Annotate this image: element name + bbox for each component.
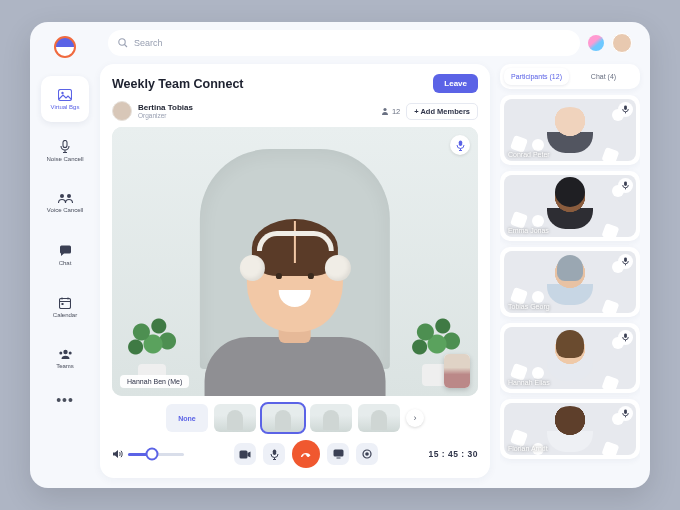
topbar: Search bbox=[100, 22, 640, 64]
mic-toggle[interactable] bbox=[263, 443, 285, 465]
meeting-panel: Weekly Team Connect Leave Bertina Tobias… bbox=[100, 64, 490, 478]
bg-option-2[interactable] bbox=[262, 404, 304, 432]
bg-option-1[interactable] bbox=[214, 404, 256, 432]
stage-mic-toggle[interactable] bbox=[450, 135, 470, 155]
participant-mic-icon[interactable] bbox=[618, 330, 633, 345]
participant-mic-icon[interactable] bbox=[618, 102, 633, 117]
sidebar: Virtual Bgs Noise Cancell Voice Cancell … bbox=[30, 22, 100, 488]
svg-rect-0 bbox=[59, 89, 72, 100]
participant-card[interactable]: Conrad Peter bbox=[500, 95, 640, 165]
bg-option-none[interactable]: None bbox=[166, 404, 208, 432]
svg-rect-12 bbox=[458, 140, 461, 146]
svg-point-11 bbox=[383, 108, 386, 111]
nav-label: Virtual Bgs bbox=[51, 104, 80, 110]
image-icon bbox=[58, 89, 72, 101]
svg-point-10 bbox=[119, 39, 125, 45]
background-picker: None › bbox=[112, 404, 478, 432]
leave-button[interactable]: Leave bbox=[433, 74, 478, 93]
svg-rect-6 bbox=[62, 303, 64, 305]
nav-label: Calendar bbox=[53, 312, 77, 318]
search-placeholder: Search bbox=[134, 38, 163, 48]
record-button[interactable] bbox=[356, 443, 378, 465]
voice-icon bbox=[58, 193, 73, 204]
participant-list: Conrad Peter Emma Jonas Tobias Georg bbox=[500, 95, 640, 478]
pip-self-camera[interactable] bbox=[444, 354, 470, 388]
svg-rect-15 bbox=[333, 450, 343, 457]
person-icon bbox=[381, 107, 389, 115]
svg-rect-16 bbox=[336, 458, 340, 459]
svg-rect-22 bbox=[624, 333, 627, 338]
chat-icon bbox=[59, 245, 72, 257]
volume-control[interactable] bbox=[112, 449, 184, 459]
nav-virtual-bgs[interactable]: Virtual Bgs bbox=[41, 76, 89, 122]
profile-avatar[interactable] bbox=[612, 33, 632, 53]
participant-card[interactable]: Hannah Elias bbox=[500, 323, 640, 393]
nav-label: Noise Cancell bbox=[46, 156, 83, 162]
svg-point-3 bbox=[60, 194, 64, 198]
bg-next-button[interactable]: › bbox=[406, 409, 424, 427]
nav-calendar[interactable]: Calendar bbox=[41, 284, 89, 330]
nav-voice-cancel[interactable]: Voice Cancell bbox=[41, 180, 89, 226]
content: Weekly Team Connect Leave Bertina Tobias… bbox=[100, 64, 640, 478]
main: Search Weekly Team Connect Leave Bertina… bbox=[100, 22, 650, 488]
participant-card[interactable]: Florian Arndt bbox=[500, 399, 640, 459]
organizer-name: Bertina Tobias bbox=[138, 103, 193, 112]
participant-mic-icon[interactable] bbox=[618, 178, 633, 193]
call-controls: 15 : 45 : 30 bbox=[112, 440, 478, 468]
teams-icon bbox=[58, 349, 73, 360]
organizer-avatar bbox=[112, 101, 132, 121]
svg-point-9 bbox=[68, 352, 71, 355]
panel-tabs: Participants (12) Chat (4) bbox=[500, 64, 640, 89]
call-timer: 15 : 45 : 30 bbox=[429, 449, 478, 459]
svg-point-7 bbox=[63, 350, 67, 354]
nav-label: Voice Cancell bbox=[47, 207, 83, 213]
svg-rect-2 bbox=[63, 141, 67, 148]
participant-card[interactable]: Tobias Georg bbox=[500, 247, 640, 317]
svg-rect-20 bbox=[624, 181, 627, 186]
end-call-button[interactable] bbox=[292, 440, 320, 468]
nav-chat[interactable]: Chat bbox=[41, 232, 89, 278]
video-stage: Hannah Ben (Me) bbox=[112, 127, 478, 396]
tab-chat[interactable]: Chat (4) bbox=[571, 68, 636, 85]
microphone-icon bbox=[60, 140, 70, 153]
participant-card[interactable]: Emma Jonas bbox=[500, 171, 640, 241]
speaker-icon bbox=[112, 449, 123, 459]
app-logo bbox=[54, 36, 76, 58]
calendar-icon bbox=[59, 297, 71, 309]
bg-option-4[interactable] bbox=[358, 404, 400, 432]
svg-rect-14 bbox=[273, 449, 276, 455]
svg-rect-21 bbox=[624, 257, 627, 262]
self-name-chip: Hannah Ben (Me) bbox=[120, 375, 189, 388]
right-panel: Participants (12) Chat (4) Conrad Peter … bbox=[500, 64, 640, 478]
nav-more[interactable]: ••• bbox=[56, 392, 74, 408]
participant-name: Emma Jonas bbox=[508, 227, 549, 234]
svg-rect-23 bbox=[624, 409, 627, 414]
svg-point-1 bbox=[61, 91, 63, 93]
organizer-role: Organizer bbox=[138, 112, 193, 119]
svg-rect-19 bbox=[624, 105, 627, 110]
add-members-button[interactable]: + Add Members bbox=[406, 103, 478, 120]
notification-icon[interactable] bbox=[588, 35, 604, 51]
nav-noise-cancel[interactable]: Noise Cancell bbox=[41, 128, 89, 174]
participant-name: Hannah Elias bbox=[508, 379, 550, 386]
organizer-info: Bertina Tobias Organizer bbox=[112, 101, 193, 121]
camera-toggle[interactable] bbox=[234, 443, 256, 465]
participant-name: Tobias Georg bbox=[508, 303, 550, 310]
nav-teams[interactable]: Teams bbox=[41, 336, 89, 382]
volume-slider[interactable] bbox=[128, 453, 184, 456]
svg-rect-13 bbox=[240, 450, 248, 458]
nav-label: Teams bbox=[56, 363, 74, 369]
svg-point-18 bbox=[365, 452, 369, 456]
svg-rect-5 bbox=[60, 298, 71, 308]
participant-count: 12 bbox=[381, 107, 400, 116]
search-input[interactable]: Search bbox=[108, 30, 580, 56]
nav-label: Chat bbox=[59, 260, 72, 266]
screen-share-button[interactable] bbox=[327, 443, 349, 465]
meeting-title: Weekly Team Connect bbox=[112, 77, 244, 91]
participant-mic-icon[interactable] bbox=[618, 406, 633, 421]
tab-participants[interactable]: Participants (12) bbox=[504, 68, 569, 85]
participant-mic-icon[interactable] bbox=[618, 254, 633, 269]
search-icon bbox=[118, 38, 128, 48]
participant-name: Conrad Peter bbox=[508, 151, 550, 158]
bg-option-3[interactable] bbox=[310, 404, 352, 432]
